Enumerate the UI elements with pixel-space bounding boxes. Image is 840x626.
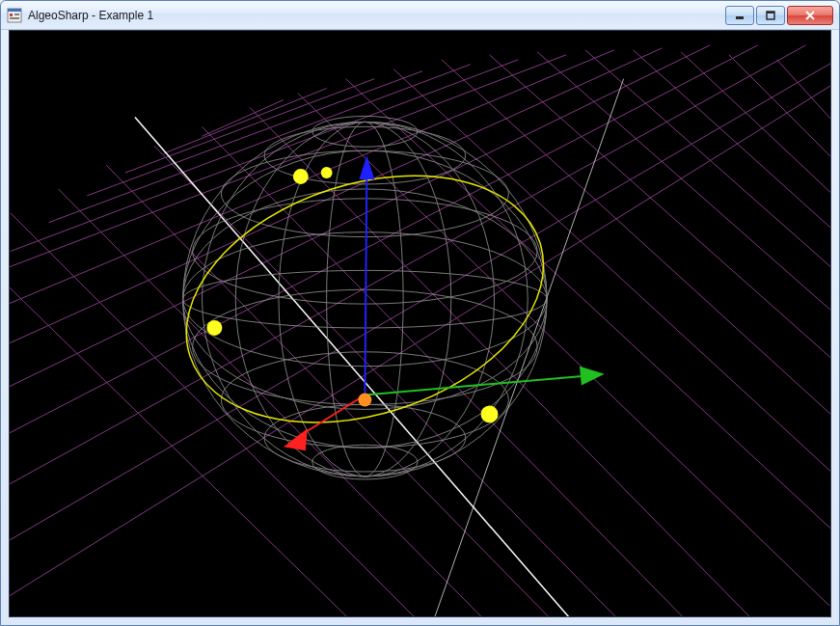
app-icon xyxy=(7,8,22,23)
scene-background xyxy=(11,31,829,616)
titlebar[interactable]: AlgeoSharp - Example 1 xyxy=(1,1,839,30)
close-icon xyxy=(804,11,816,20)
maximize-button[interactable] xyxy=(756,6,785,25)
svg-rect-7 xyxy=(767,12,774,14)
window-controls xyxy=(723,6,833,25)
point-origin xyxy=(358,394,371,407)
close-button[interactable] xyxy=(787,6,833,25)
point-p1 xyxy=(293,169,309,184)
point-p2 xyxy=(206,320,222,336)
svg-rect-1 xyxy=(8,9,21,12)
maximize-icon xyxy=(766,11,775,20)
svg-rect-3 xyxy=(14,14,19,15)
point-p4 xyxy=(321,167,333,178)
viewport[interactable] xyxy=(9,30,831,617)
minimize-button[interactable] xyxy=(725,6,754,25)
svg-rect-5 xyxy=(736,16,744,19)
application-window: AlgeoSharp - Example 1 xyxy=(0,0,840,626)
scene-svg xyxy=(10,31,830,616)
window-title: AlgeoSharp - Example 1 xyxy=(28,9,723,22)
svg-rect-2 xyxy=(10,14,13,16)
minimize-icon xyxy=(735,11,745,20)
point-p3 xyxy=(481,405,499,422)
svg-rect-4 xyxy=(10,17,19,19)
